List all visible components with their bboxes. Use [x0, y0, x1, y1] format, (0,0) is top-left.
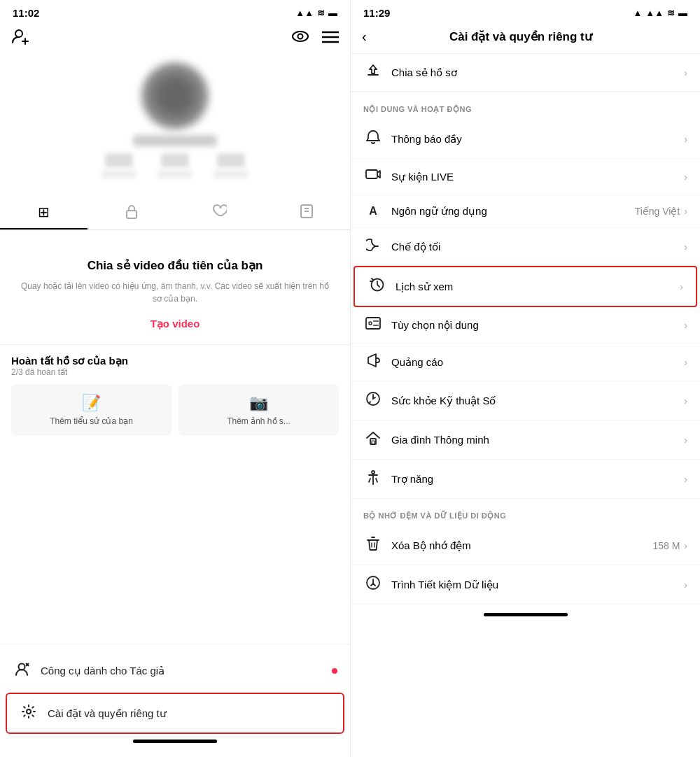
chevron-language: › — [684, 206, 687, 217]
creator-tools-icon — [13, 661, 31, 680]
location-icon: ▲ — [633, 8, 642, 18]
tab-grid[interactable]: ⊞ — [0, 197, 88, 229]
svg-rect-8 — [127, 211, 136, 218]
live-events-item[interactable]: Sự kiện LIVE › — [351, 159, 700, 195]
add-bio-card[interactable]: 📝 Thêm tiểu sử của bạn — [11, 384, 172, 436]
tab-lock[interactable] — [88, 197, 175, 229]
content-options-item[interactable]: Tùy chọn nội dung › — [351, 307, 700, 344]
section-content-label: NỘI DUNG VÀ HOẠT ĐỘNG — [351, 92, 700, 120]
live-events-icon — [363, 169, 383, 185]
right-panel: 11:29 ▲ ▲▲ ≋ ▬ ‹ Cài đặt và quyền riêng … — [350, 0, 700, 757]
home-indicator-left — [133, 740, 217, 743]
share-profile-item[interactable]: Chia sẻ hồ sơ › — [351, 54, 700, 92]
ads-icon — [363, 353, 383, 371]
creator-tools-item[interactable]: Công cụ dành cho Tác giả — [0, 651, 350, 690]
dark-mode-item[interactable]: Chế độ tối › — [351, 228, 700, 266]
add-bio-label: Thêm tiểu sử của bạn — [50, 416, 133, 426]
right-signal-icon: ▲▲ — [645, 8, 664, 18]
ads-item[interactable]: Quảng cáo › — [351, 344, 700, 381]
complete-profile-section: Hoàn tất hồ sơ của bạn 2/3 đã hoàn tất 📝… — [0, 344, 350, 441]
svg-point-15 — [27, 709, 31, 714]
notifications-item[interactable]: Thông báo đầy › — [351, 120, 700, 159]
dark-mode-label: Chế độ tối — [391, 241, 684, 253]
notification-dot — [332, 668, 337, 674]
accessibility-item[interactable]: Trợ năng › — [351, 460, 700, 499]
tab-bookmark[interactable] — [262, 197, 350, 229]
svg-rect-18 — [366, 318, 380, 329]
camera-icon: 📷 — [188, 394, 329, 412]
content-options-label: Tùy chọn nội dung — [391, 319, 684, 332]
left-status-icons: ▲▲ ≋ ▬ — [295, 8, 337, 18]
share-video-section: Chia sẻ video đầu tiên của bạn Quay hoặc… — [0, 230, 350, 344]
share-profile-icon — [363, 64, 383, 81]
left-status-bar: 11:02 ▲▲ ≋ ▬ — [0, 0, 350, 23]
data-saver-label: Trình Tiết kiệm Dữ liệu — [391, 579, 684, 591]
battery-icon: ▬ — [328, 8, 337, 18]
language-item[interactable]: A Ngôn ngữ ứng dụng Tiếng Việt › — [351, 195, 700, 228]
creator-tools-label: Công cụ dành cho Tác giả — [41, 665, 164, 677]
back-button[interactable]: ‹ — [362, 29, 367, 45]
chevron-icon: › — [684, 67, 687, 78]
smart-family-label: Gia đình Thông minh — [391, 434, 684, 446]
data-saver-item[interactable]: Trình Tiết kiệm Dữ liệu › — [351, 565, 700, 604]
complete-profile-subtitle: 2/3 đã hoàn tất — [11, 367, 339, 377]
svg-point-26 — [372, 471, 374, 474]
live-events-label: Sự kiện LIVE — [391, 171, 684, 183]
clear-cache-label: Xóa Bộ nhớ đệm — [391, 539, 652, 552]
svg-point-19 — [369, 322, 372, 325]
left-panel: 11:02 ▲▲ ≋ ▬ — [0, 0, 350, 757]
section-storage-label: BỘ NHỚ ĐỆM VÀ DỮ LIỆU DI ĐỘNG — [351, 499, 700, 526]
notifications-label: Thông báo đầy — [391, 133, 684, 146]
avatar — [141, 62, 209, 129]
right-wifi-icon: ≋ — [667, 8, 675, 18]
digital-health-label: Sức khỏe Kỹ thuật Số — [391, 395, 684, 407]
chevron-family: › — [684, 434, 687, 446]
accessibility-label: Trợ năng — [391, 473, 684, 486]
chevron-accessibility: › — [684, 474, 687, 485]
chevron-dark: › — [684, 241, 687, 253]
watch-history-item[interactable]: Lịch sử xem › — [354, 266, 697, 307]
clear-cache-item[interactable]: Xóa Bộ nhớ đệm 158 M › — [351, 526, 700, 565]
digital-health-item[interactable]: Sức khỏe Kỹ thuật Số › — [351, 381, 700, 420]
eye-icon[interactable] — [291, 29, 309, 48]
add-user-icon[interactable] — [11, 27, 29, 50]
svg-rect-16 — [366, 170, 377, 178]
share-video-title: Chia sẻ video đầu tiên của bạn — [17, 258, 333, 273]
chevron-cache: › — [684, 540, 687, 551]
language-icon: A — [363, 205, 383, 218]
bio-icon: 📝 — [21, 394, 162, 412]
profile-stats — [11, 153, 339, 178]
settings-title: Cài đặt và quyền riêng tư — [375, 29, 666, 44]
content-options-icon — [363, 317, 383, 333]
create-video-button[interactable]: Tạo video — [17, 318, 333, 330]
tab-heart[interactable] — [175, 197, 262, 229]
svg-point-3 — [293, 31, 308, 41]
profile-tabs: ⊞ — [0, 197, 350, 230]
top-nav-icons — [291, 29, 339, 48]
svg-rect-24 — [370, 439, 376, 444]
signal-icon: ▲▲ — [295, 8, 314, 18]
settings-item[interactable]: Cài đặt và quyền riêng tư — [6, 693, 344, 734]
svg-point-4 — [298, 34, 303, 39]
menu-icon[interactable] — [322, 29, 339, 48]
right-battery-icon: ▬ — [678, 8, 687, 18]
language-label: Ngôn ngữ ứng dụng — [391, 205, 635, 218]
share-video-desc: Quay hoặc tải lên video có hiệu ứng, âm … — [17, 280, 333, 305]
accessibility-icon — [363, 469, 383, 488]
profile-cards: 📝 Thêm tiểu sử của bạn 📷 Thêm ảnh hồ s..… — [11, 384, 339, 436]
chevron-history: › — [680, 281, 683, 292]
data-saver-icon — [363, 575, 383, 594]
digital-health-icon — [363, 391, 383, 410]
settings-icon — [20, 704, 38, 723]
add-photo-label: Thêm ảnh hồ s... — [227, 416, 290, 426]
watch-history-icon — [368, 277, 387, 296]
complete-profile-title: Hoàn tất hồ sơ của bạn — [11, 355, 339, 367]
wifi-icon: ≋ — [317, 8, 325, 18]
svg-point-0 — [15, 30, 22, 37]
share-profile-label: Chia sẻ hồ sơ — [391, 66, 684, 79]
smart-family-item[interactable]: Gia đình Thông minh › — [351, 420, 700, 460]
chevron-data-saver: › — [684, 579, 687, 590]
home-indicator-right — [484, 613, 568, 616]
add-photo-card[interactable]: 📷 Thêm ảnh hồ s... — [178, 384, 339, 436]
top-nav — [0, 23, 350, 55]
